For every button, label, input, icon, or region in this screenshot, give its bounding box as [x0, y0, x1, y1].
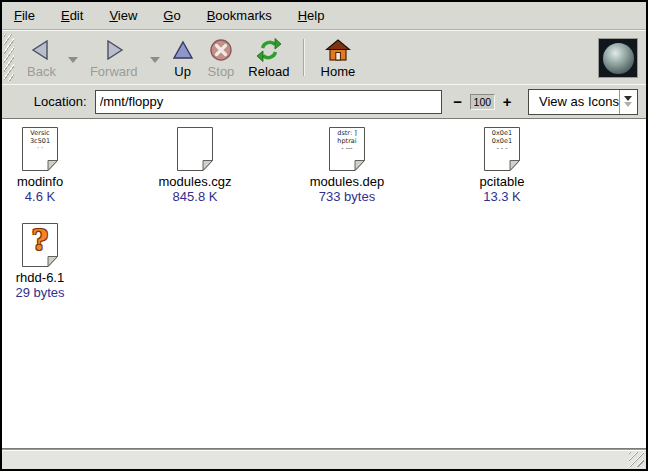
- file-size: 4.6 K: [25, 189, 55, 204]
- file-item-pcitable[interactable]: 0x0e1 0x0e1 - - -pcitable13.3 K: [452, 127, 552, 204]
- home-button[interactable]: Home: [314, 31, 363, 84]
- text-file-icon: Versic 3c501 · ·: [22, 127, 58, 171]
- back-button: Back: [20, 31, 63, 84]
- toolbar-button-label: Reload: [248, 64, 289, 79]
- file-name: modinfo: [17, 174, 63, 189]
- file-size: 29 bytes: [15, 285, 64, 300]
- toolbar-buttons: BackForwardUpStopReloadHome: [16, 31, 362, 84]
- stop-icon: [208, 37, 234, 63]
- chevron-down-icon: [150, 57, 160, 63]
- toolbar-button-label: Forward: [90, 64, 138, 79]
- status-bar: [2, 449, 646, 469]
- unknown-file-icon: ?: [22, 223, 58, 267]
- menu-item-help[interactable]: Help: [296, 6, 327, 25]
- up-button[interactable]: Up: [165, 31, 201, 84]
- throbber: [598, 38, 638, 78]
- toolbar: BackForwardUpStopReloadHome: [2, 30, 646, 84]
- forward-button: Forward: [83, 31, 145, 84]
- file-text-preview: dstr: ] hptrai - ---: [330, 130, 364, 153]
- view-mode-label: View as Icons: [529, 94, 619, 109]
- menu-item-go[interactable]: Go: [161, 6, 182, 25]
- zoom-in-button[interactable]: +: [500, 93, 514, 110]
- file-name: pcitable: [480, 174, 525, 189]
- toolbar-button-label: Back: [27, 64, 56, 79]
- file-name: rhdd-6.1: [16, 270, 64, 285]
- file-manager-window: FileEditViewGoBookmarksHelp BackForwardU…: [0, 0, 648, 471]
- back-icon: [29, 37, 53, 63]
- menu-item-view[interactable]: View: [107, 6, 139, 25]
- dropdown-arrow-icon[interactable]: [619, 90, 637, 114]
- location-input[interactable]: [95, 90, 442, 114]
- stop-button: Stop: [201, 31, 242, 84]
- resize-grip-icon[interactable]: [629, 452, 644, 467]
- file-size: 845.8 K: [173, 189, 218, 204]
- reload-button[interactable]: Reload: [241, 31, 296, 84]
- menu-bar: FileEditViewGoBookmarksHelp: [2, 2, 646, 30]
- menu-item-file[interactable]: File: [12, 6, 37, 25]
- throbber-sphere-icon: [603, 43, 634, 74]
- up-icon: [172, 37, 194, 63]
- file-item-modules.dep[interactable]: dstr: ] hptrai - ---modules.dep733 bytes: [297, 127, 397, 204]
- zoom-out-button[interactable]: −: [451, 93, 465, 110]
- chevron-down-icon: [68, 57, 78, 63]
- file-name: modules.dep: [310, 174, 384, 189]
- menu-item-bookmarks[interactable]: Bookmarks: [205, 6, 274, 25]
- toolbar-button-label: Home: [321, 64, 356, 79]
- file-item-modinfo[interactable]: Versic 3c501 · ·modinfo4.6 K: [0, 127, 90, 204]
- view-mode-dropdown[interactable]: View as Icons: [528, 89, 638, 115]
- question-mark-icon: ?: [22, 224, 58, 257]
- file-view[interactable]: Versic 3c501 · ·modinfo4.6 Kmodules.cgz8…: [2, 118, 646, 449]
- location-bar: Location: − 100 + View as Icons: [2, 84, 646, 118]
- file-name: modules.cgz: [159, 174, 232, 189]
- file-item-rhdd-6.1[interactable]: ?rhdd-6.129 bytes: [0, 223, 90, 300]
- location-label: Location:: [34, 94, 87, 109]
- file-text-preview: 0x0e1 0x0e1 - - -: [485, 130, 519, 153]
- reload-icon: [256, 37, 282, 63]
- forward-icon: [102, 37, 126, 63]
- file-item-modules.cgz[interactable]: modules.cgz845.8 K: [145, 127, 245, 204]
- file-text-preview: Versic 3c501 · ·: [23, 130, 57, 153]
- file-size: 13.3 K: [483, 189, 521, 204]
- zoom-level-indicator[interactable]: 100: [470, 94, 496, 110]
- home-icon: [325, 37, 351, 63]
- toolbar-drag-handle[interactable]: [4, 34, 14, 81]
- file-size: 733 bytes: [319, 189, 375, 204]
- toolbar-button-label: Stop: [208, 64, 235, 79]
- text-file-icon: dstr: ] hptrai - ---: [329, 127, 365, 171]
- toolbar-separator: [303, 39, 304, 76]
- menu-item-edit[interactable]: Edit: [59, 6, 85, 25]
- toolbar-button-label: Up: [174, 64, 191, 79]
- text-file-icon: 0x0e1 0x0e1 - - -: [484, 127, 520, 171]
- blank-file-icon: [177, 127, 213, 171]
